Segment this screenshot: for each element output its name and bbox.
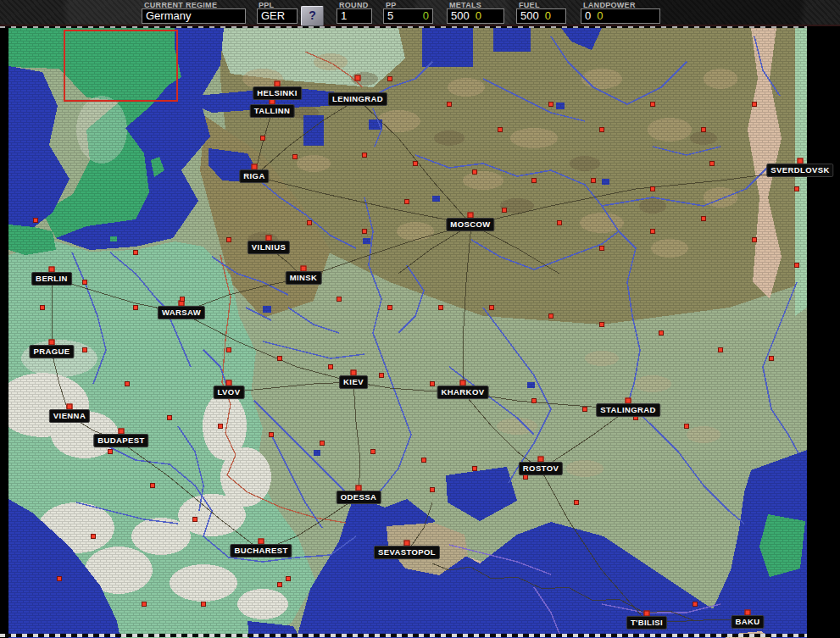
pp-secondary-value: 0 [423, 9, 429, 23]
town-dot [599, 322, 604, 327]
town-dot [286, 576, 291, 581]
town-dot [218, 424, 223, 429]
round-field: 1 [337, 8, 372, 24]
town-dot [650, 229, 655, 234]
city-label-vienna: VIENNA [49, 409, 90, 423]
town-dot [387, 305, 392, 310]
town-dot [650, 186, 655, 191]
town-dot [752, 237, 757, 242]
town-dot [718, 347, 723, 352]
town-dot [472, 169, 477, 175]
town-dot [387, 76, 392, 81]
town-dot [226, 237, 231, 242]
town-dot [108, 449, 113, 454]
city-label-riga: RIGA [239, 169, 269, 183]
city-label-t-bilisi: T'BILISI [626, 616, 667, 630]
town-dot [701, 216, 706, 221]
town-dot [150, 483, 155, 488]
town-dot [709, 161, 715, 166]
town-dot [269, 432, 274, 437]
map-border-dashed-bottom [0, 634, 807, 637]
landpower-field: 0 0 [581, 8, 660, 24]
city-label-budapest: BUDAPEST [93, 434, 148, 447]
pp-value: 5 [387, 9, 393, 23]
city-label-vilnius: VILNIUS [248, 241, 290, 254]
town-dot [277, 582, 282, 587]
fuel-value: 500 [520, 9, 539, 23]
town-dot [40, 305, 45, 310]
city-label-kiev: KIEV [339, 375, 368, 389]
map-view-rectangle [64, 30, 178, 102]
town-dot [701, 127, 706, 132]
town-dot [33, 218, 38, 223]
town-dot [201, 602, 206, 607]
city-label-lvov: LVOV [214, 386, 245, 399]
town-dot [502, 208, 507, 213]
town-dot [82, 280, 87, 285]
city-dot [355, 75, 361, 81]
town-dot [404, 199, 409, 204]
game-screen: CURRENT REGIME Germany PPL GER ? ROUND 1… [0, 0, 840, 638]
city-label-kharkov: KHARKOV [437, 386, 489, 399]
city-label-leningrad: LENINGRAD [328, 92, 387, 106]
town-dot [125, 381, 130, 386]
metals-field: 500 0 [447, 8, 504, 24]
city-label-sverdlovsk: SVERDLOVSK [766, 164, 833, 177]
town-dot [557, 220, 562, 225]
town-dot [531, 178, 537, 183]
town-dot [659, 330, 664, 336]
town-dot [472, 466, 477, 471]
city-label-odessa: ODESSA [337, 491, 381, 504]
town-dot [379, 373, 384, 378]
city-label-tallinn: TALLINN [250, 104, 295, 118]
round-value: 1 [341, 9, 347, 23]
fuel-secondary-value: 0 [545, 9, 551, 23]
city-label-berlin: BERLIN [31, 272, 72, 286]
town-dot [430, 381, 435, 386]
town-dot [498, 127, 503, 132]
current-regime-value: Germany [146, 9, 191, 23]
town-dot [591, 178, 596, 183]
city-label-helsinki: HELSINKI [253, 86, 302, 100]
metals-secondary-value: 0 [476, 9, 481, 23]
ppl-field[interactable]: GER [257, 8, 298, 24]
city-label-bucharest: BUCHAREST [230, 544, 292, 558]
town-dot [277, 356, 282, 361]
town-dot [142, 602, 147, 607]
town-dot [133, 250, 138, 255]
town-dot [531, 398, 537, 403]
town-dot [548, 313, 554, 319]
town-dot [421, 458, 426, 463]
town-dot [489, 305, 494, 310]
city-label-warsaw: WARSAW [158, 306, 205, 319]
town-dot [548, 102, 554, 107]
town-dot [328, 364, 333, 369]
town-dot [82, 347, 87, 352]
town-dot [794, 263, 799, 268]
city-label-sevastopol: SEVASTOPOL [374, 546, 440, 559]
town-dot [167, 415, 172, 420]
city-label-minsk: MINSK [286, 271, 322, 285]
city-label-baku: BAKU [731, 615, 764, 629]
town-dot [91, 534, 96, 539]
map-border-dashed-top [0, 26, 807, 28]
metals-value: 500 [451, 9, 470, 23]
fuel-field: 500 0 [516, 8, 566, 24]
town-dot [447, 102, 452, 107]
town-dot [430, 487, 435, 492]
landpower-secondary-value: 0 [597, 9, 603, 23]
city-label-stalingrad: STALINGRAD [596, 403, 660, 417]
current-regime-field[interactable]: Germany [142, 8, 246, 24]
landpower-value: 0 [585, 9, 591, 23]
town-dot [684, 424, 689, 429]
town-dot [582, 407, 587, 412]
town-dot [192, 517, 197, 522]
help-button[interactable]: ? [301, 6, 324, 26]
town-dot [260, 136, 265, 141]
town-dot [599, 246, 604, 251]
ppl-value: GER [261, 9, 285, 23]
top-toolbar: CURRENT REGIME Germany PPL GER ? ROUND 1… [0, 0, 840, 26]
town-dot [438, 305, 443, 310]
town-dot [337, 297, 342, 302]
town-dot [693, 602, 698, 607]
